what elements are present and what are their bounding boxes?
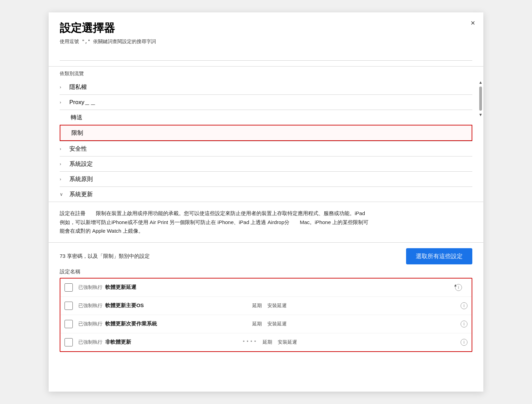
- category-label: 系統設定: [69, 160, 93, 168]
- category-label: 轉送: [71, 113, 82, 121]
- count-and-button-row: 73 享密碼，以及「限制」類別中的設定 選取所有這些設定: [49, 243, 483, 267]
- settings-table-header: 設定名稱: [49, 267, 483, 278]
- category-item-system-settings[interactable]: › 系統設定: [60, 156, 472, 171]
- arrow-icon: ›: [60, 84, 65, 90]
- setting-bold-label: 軟體更新延遲: [105, 284, 136, 290]
- info-symbol: i: [464, 321, 465, 326]
- category-label: 隱私權: [69, 83, 87, 91]
- subtitle-rest: 依關鍵詞查閱設定的搜尋字詞: [93, 39, 156, 44]
- category-section: › 隱私權 › Proxy＿＿ 轉送 限制 ›: [49, 80, 483, 202]
- category-label: Proxy＿＿: [69, 98, 96, 106]
- setting-label-1: 已強制執行 軟體更新延遲: [78, 284, 264, 291]
- category-item-restriction-wrapper: 限制: [60, 125, 472, 141]
- setting-checkbox-4[interactable]: [65, 338, 73, 346]
- setting-bold-label: 軟體更新次要作業系統: [105, 321, 157, 326]
- setting-checkbox-1[interactable]: [65, 283, 73, 292]
- category-label: 安全性: [69, 145, 87, 153]
- dialog-subtitle: 使用逗號 "," 依關鍵詞查閱設定的搜尋字詞: [60, 39, 472, 45]
- category-item-restriction[interactable]: 限制: [60, 125, 472, 140]
- setting-prefix: 已強制執行: [78, 339, 102, 345]
- tag-install: 安裝延遲: [267, 303, 287, 309]
- category-item-security[interactable]: › 安全性: [60, 141, 472, 156]
- dialog-header: 設定選擇器 使用逗號 "," 依關鍵詞查閱設定的搜尋字詞: [49, 12, 483, 61]
- info-symbol: i: [458, 285, 459, 290]
- settings-box: 已強制執行 軟體更新延遲 i ▲ 已強制執行 軟體更新主要OS 延期: [60, 278, 472, 352]
- scroll-up-arrow[interactable]: ▲: [478, 80, 483, 85]
- setting-tags-3: 延期 安裝延遲: [252, 321, 287, 327]
- category-item-system-update[interactable]: ∨ 系統更新: [60, 187, 472, 202]
- search-input[interactable]: [60, 50, 472, 61]
- list-scroll-up[interactable]: ▲: [453, 283, 458, 287]
- setting-row: 已強制執行 軟體更新次要作業系統 延期 安裝延遲 i: [60, 315, 472, 333]
- setting-tags-4: ＊＊＊＊ 延期 安裝延遲: [242, 339, 297, 345]
- subtitle-quote: ",": [82, 39, 90, 44]
- scroll-down-arrow[interactable]: ▼: [478, 112, 483, 118]
- dialog-title: 設定選擇器: [60, 21, 472, 36]
- tag-delay: 延期: [263, 339, 272, 345]
- setting-tags-2: 延期 安裝延遲: [252, 303, 287, 309]
- info-symbol: i: [464, 303, 465, 308]
- category-label: 限制: [71, 129, 83, 137]
- arrow-icon: ›: [60, 146, 65, 151]
- category-item-forward[interactable]: 轉送: [60, 110, 472, 125]
- close-button[interactable]: ×: [471, 19, 475, 27]
- category-scrollbar: ▲ ▼: [478, 80, 483, 202]
- arrow-icon: ›: [60, 161, 65, 166]
- tag-install: 安裝延遲: [278, 339, 297, 345]
- count-text: 73 享密碼，以及「限制」類別中的設定: [60, 253, 150, 260]
- arrow-icon: ›: [60, 100, 65, 105]
- select-all-button[interactable]: 選取所有這些設定: [406, 248, 472, 264]
- info-icon-3[interactable]: i: [461, 321, 467, 327]
- setting-label-2: 已強制執行 軟體更新主要OS: [78, 302, 247, 309]
- scroll-thumb: [479, 87, 482, 111]
- category-label: 系統原則: [69, 175, 93, 183]
- subtitle-prefix: 使用逗號: [60, 39, 79, 44]
- browse-label: 依類別流覽: [49, 67, 483, 80]
- arrow-icon: ›: [60, 176, 65, 182]
- tag-install: 安裝延遲: [267, 321, 287, 327]
- description-text: 設定在註冊 限制在裝置上啟用或停用功能的承載。您可以使這些設定來防止使用者的裝置…: [60, 209, 370, 235]
- info-icon-4[interactable]: i: [461, 339, 467, 346]
- settings-list: 已強制執行 軟體更新延遲 i ▲ 已強制執行 軟體更新主要OS 延期: [49, 278, 483, 352]
- setting-row: 已強制執行 非軟體更新 ＊＊＊＊ 延期 安裝延遲 i: [60, 333, 472, 351]
- setting-prefix: 已強制執行: [78, 284, 102, 290]
- setting-label-3: 已強制執行 軟體更新次要作業系統: [78, 321, 247, 327]
- category-item-proxy[interactable]: › Proxy＿＿: [60, 95, 472, 110]
- category-label: 系統更新: [69, 190, 93, 198]
- setting-checkbox-2[interactable]: [65, 302, 73, 310]
- setting-row: 已強制執行 軟體更新主要OS 延期 安裝延遲 i: [60, 297, 472, 315]
- tag-asterisk: ＊＊＊＊: [242, 339, 257, 345]
- search-bar: [60, 50, 472, 61]
- setting-checkbox-3[interactable]: [65, 320, 73, 328]
- info-symbol: i: [464, 340, 465, 345]
- info-icon-2[interactable]: i: [461, 302, 467, 309]
- setting-prefix: 已強制執行: [78, 303, 102, 308]
- category-list: › 隱私權 › Proxy＿＿ 轉送 限制 ›: [60, 80, 472, 202]
- tag-delay: 延期: [252, 303, 262, 309]
- setting-bold-label: 非軟體更新: [105, 339, 131, 345]
- description-area: 設定在註冊 限制在裝置上啟用或停用功能的承載。您可以使這些設定來防止使用者的裝置…: [49, 202, 483, 243]
- setting-label-4: 已強制執行 非軟體更新: [78, 339, 236, 345]
- category-item-privacy[interactable]: › 隱私權: [60, 80, 472, 94]
- setting-bold-label: 軟體更新主要OS: [105, 302, 144, 308]
- setting-row: 已強制執行 軟體更新延遲 i ▲: [60, 279, 472, 297]
- category-item-system-policy[interactable]: › 系統原則: [60, 172, 472, 186]
- tag-delay: 延期: [252, 321, 262, 327]
- settings-picker-dialog: × 設定選擇器 使用逗號 "," 依關鍵詞查閱設定的搜尋字詞 依類別流覽 › 隱…: [49, 12, 483, 392]
- setting-prefix: 已強制執行: [78, 321, 102, 326]
- chevron-down-icon: ∨: [60, 192, 65, 197]
